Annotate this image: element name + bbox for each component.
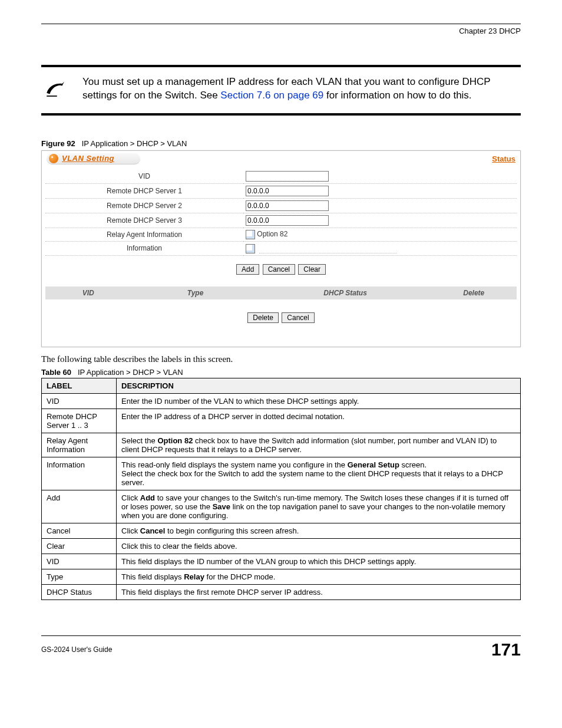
lh-delete: Delete bbox=[431, 289, 517, 297]
lh-dhcp-status: DHCP Status bbox=[260, 289, 431, 297]
row-label: Cancel bbox=[42, 523, 117, 538]
rds1-input[interactable] bbox=[246, 186, 329, 196]
add-button[interactable]: Add bbox=[236, 264, 259, 275]
description-table: LABEL DESCRIPTION VID Enter the ID numbe… bbox=[41, 378, 521, 600]
rds1-label: Remote DHCP Server 1 bbox=[45, 183, 243, 198]
option82-label: Option 82 bbox=[257, 230, 287, 238]
status-link[interactable]: Status bbox=[492, 154, 515, 163]
intro-text: The following table describes the labels… bbox=[41, 354, 521, 364]
row-label: Type bbox=[42, 569, 117, 584]
info-checkbox[interactable] bbox=[246, 244, 255, 253]
figure-number: Figure 92 bbox=[41, 139, 75, 148]
row-label: DHCP Status bbox=[42, 584, 117, 599]
row-label: Relay Agent Information bbox=[42, 433, 117, 457]
note-link[interactable]: Section 7.6 on page 69 bbox=[220, 90, 323, 101]
pill-dot-icon bbox=[49, 154, 58, 163]
lh-type: Type bbox=[131, 289, 259, 297]
chapter-title: Chapter 23 DHCP bbox=[41, 27, 521, 35]
rds2-input[interactable] bbox=[246, 200, 329, 211]
table-row: Add Click Add to save your changes to th… bbox=[42, 490, 521, 523]
vid-input[interactable] bbox=[246, 171, 329, 182]
delete-button[interactable]: Delete bbox=[247, 312, 279, 323]
row-desc: This field displays the ID number of the… bbox=[117, 554, 521, 569]
row-desc: This field displays Relay for the DHCP m… bbox=[117, 569, 521, 584]
panel-title: VLAN Setting bbox=[62, 154, 114, 163]
option82-checkbox[interactable] bbox=[246, 230, 255, 239]
table-row: DHCP Status This field displays the firs… bbox=[42, 584, 521, 599]
vlan-setting-panel: VLAN Setting Status VID Remote DHCP Serv… bbox=[41, 150, 521, 347]
table-number: Table 60 bbox=[41, 368, 71, 377]
table-title: IP Application > DHCP > VLAN bbox=[78, 368, 183, 377]
note-block: You must set up a management IP address … bbox=[41, 65, 521, 116]
page-footer: GS-2024 User's Guide 171 bbox=[41, 635, 521, 660]
table-row: Cancel Click Cancel to begin configuring… bbox=[42, 523, 521, 538]
footer-guide: GS-2024 User's Guide bbox=[41, 645, 112, 654]
note-text-after: for information on how to do this. bbox=[323, 90, 471, 101]
rds3-input[interactable] bbox=[246, 215, 329, 226]
table-row: VID Enter the ID number of the VLAN to w… bbox=[42, 393, 521, 409]
lh-vid: VID bbox=[45, 289, 131, 297]
figure-caption: Figure 92 IP Application > DHCP > VLAN bbox=[41, 139, 521, 148]
table-row: Information This read-only field display… bbox=[42, 457, 521, 490]
table-row: VID This field displays the ID number of… bbox=[42, 554, 521, 569]
row-desc: Enter the IP address of a DHCP server in… bbox=[117, 409, 521, 433]
note-icon bbox=[41, 75, 71, 102]
rds3-label: Remote DHCP Server 3 bbox=[45, 213, 243, 228]
rds2-label: Remote DHCP Server 2 bbox=[45, 198, 243, 213]
vid-label: VID bbox=[45, 169, 243, 184]
row-label: VID bbox=[42, 393, 117, 409]
th-description: DESCRIPTION bbox=[117, 378, 521, 393]
row-desc: Enter the ID number of the VLAN to which… bbox=[117, 393, 521, 409]
info-input[interactable] bbox=[259, 243, 397, 253]
footer-page-number: 171 bbox=[491, 640, 521, 660]
table-row: Relay Agent Information Select the Optio… bbox=[42, 433, 521, 457]
row-desc: Click this to clear the fields above. bbox=[117, 538, 521, 554]
row-label: Clear bbox=[42, 538, 117, 554]
info-label: Information bbox=[45, 241, 243, 255]
row-desc: Click Cancel to begin configuring this s… bbox=[117, 523, 521, 538]
row-label: Add bbox=[42, 490, 117, 523]
clear-button[interactable]: Clear bbox=[298, 264, 326, 275]
note-text: You must set up a management IP address … bbox=[82, 75, 521, 103]
cancel-button-bottom[interactable]: Cancel bbox=[282, 312, 314, 323]
list-header-row: VID Type DHCP Status Delete bbox=[45, 286, 517, 299]
row-desc: This field displays the first remote DHC… bbox=[117, 584, 521, 599]
relay-label: Relay Agent Information bbox=[45, 228, 243, 241]
table-row: Remote DHCP Server 1 .. 3 Enter the IP a… bbox=[42, 409, 521, 433]
row-desc: Select the Option 82 check box to have t… bbox=[117, 433, 521, 457]
row-desc: This read-only field displays the system… bbox=[117, 457, 521, 490]
panel-title-pill: VLAN Setting bbox=[47, 153, 140, 164]
table-row: Type This field displays Relay for the D… bbox=[42, 569, 521, 584]
row-label: Remote DHCP Server 1 .. 3 bbox=[42, 409, 117, 433]
row-label: Information bbox=[42, 457, 117, 490]
row-desc: Click Add to save your changes to the Sw… bbox=[117, 490, 521, 523]
cancel-button-top[interactable]: Cancel bbox=[263, 264, 295, 275]
table-row: Clear Click this to clear the fields abo… bbox=[42, 538, 521, 554]
table-caption: Table 60 IP Application > DHCP > VLAN bbox=[41, 368, 521, 377]
th-label: LABEL bbox=[42, 378, 117, 393]
figure-title: IP Application > DHCP > VLAN bbox=[82, 139, 187, 148]
row-label: VID bbox=[42, 554, 117, 569]
